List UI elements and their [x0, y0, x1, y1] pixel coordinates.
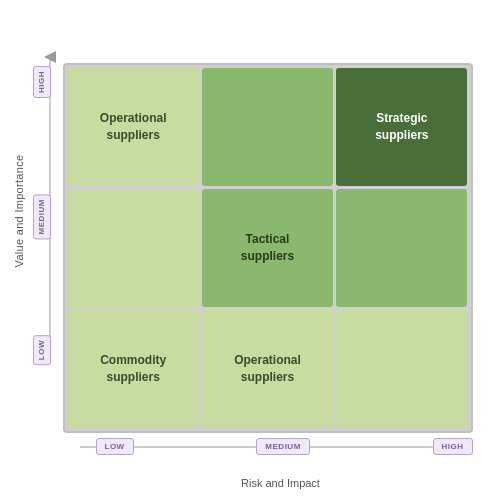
x-badge-low: LOW: [96, 438, 134, 455]
x-badge-high: HIGH: [433, 438, 473, 455]
cell-label-commodity: Commoditysuppliers: [100, 352, 166, 386]
cell-empty-bottom-right: [336, 310, 467, 428]
cell-empty-top-mid: [202, 68, 333, 186]
y-badge-high: HIGH: [33, 66, 51, 98]
cell-operational-top: Operationalsuppliers: [68, 68, 199, 186]
cell-label-strategic: Strategicsuppliers: [375, 110, 428, 144]
y-badge-medium: MEDIUM: [33, 194, 51, 239]
cell-tactical: Tacticalsuppliers: [202, 189, 333, 307]
cell-commodity: Commoditysuppliers: [68, 310, 199, 428]
matrix-grid: Operationalsuppliers Strategicsuppliers …: [63, 63, 473, 433]
cell-empty-mid-left: [68, 189, 199, 307]
cell-strategic: Strategicsuppliers: [336, 68, 467, 186]
cell-label-tactical: Tacticalsuppliers: [241, 231, 294, 265]
cell-operational-bottom: Operationalsuppliers: [202, 310, 333, 428]
cell-label-operational-top: Operationalsuppliers: [100, 110, 167, 144]
x-badge-medium: MEDIUM: [256, 438, 309, 455]
y-badges: HIGH MEDIUM LOW: [33, 66, 51, 366]
cell-empty-mid-right: [336, 189, 467, 307]
y-axis-label: Value and Importance: [11, 61, 29, 361]
cell-label-operational-bottom: Operationalsuppliers: [234, 352, 301, 386]
chart-container: Value and Importance HIGH MEDIUM LOW Ope…: [11, 11, 491, 491]
x-badges: LOW MEDIUM HIGH: [96, 438, 473, 455]
x-axis-label: Risk and Impact: [91, 477, 471, 489]
y-badge-low: LOW: [33, 335, 51, 365]
